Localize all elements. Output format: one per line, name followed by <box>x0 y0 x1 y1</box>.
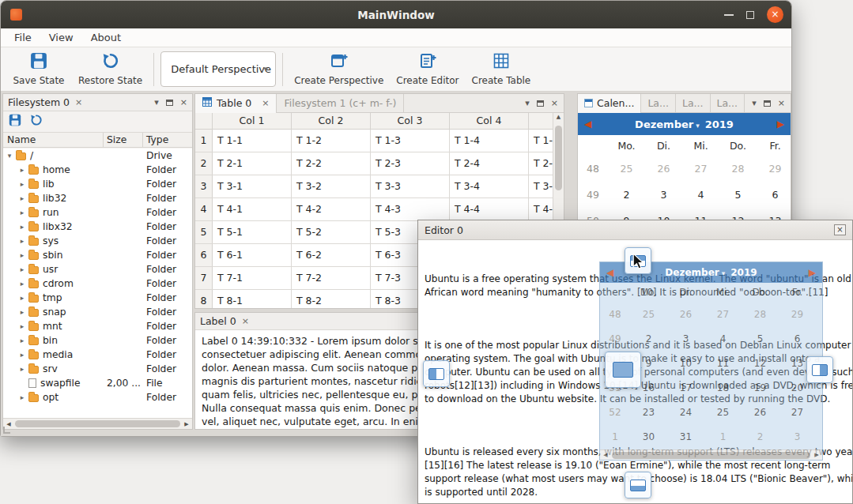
table-cell[interactable]: T 2-5 <box>529 152 553 175</box>
horizontal-scrollbar[interactable]: ◀ ▶ <box>3 418 192 429</box>
dock-indicator-left[interactable] <box>423 360 450 387</box>
tree-row[interactable]: ▸snapFolder <box>3 305 192 319</box>
close-icon[interactable]: × <box>551 98 558 108</box>
editor-titlebar[interactable]: Editor 0 × <box>418 220 852 240</box>
row-header[interactable]: 5 <box>195 221 213 243</box>
table-cell[interactable]: T 2-3 <box>371 152 450 175</box>
prev-month-button[interactable]: ◀ <box>584 118 591 130</box>
column-header[interactable]: Col 4 <box>450 113 529 129</box>
column-header[interactable]: Col 2 <box>292 113 371 129</box>
column-header[interactable]: Col 1 <box>213 113 292 129</box>
create-perspective-button[interactable]: Create Perspective <box>288 50 390 89</box>
scrollbar-thumb[interactable] <box>555 126 562 190</box>
calendar-day[interactable]: 25 <box>608 163 645 175</box>
column-header-size[interactable]: Size <box>104 133 143 147</box>
table-cell[interactable]: T 4-2 <box>292 198 371 220</box>
perspective-select[interactable]: Default Perspective ▾ <box>160 51 276 87</box>
float-icon[interactable] <box>764 100 771 107</box>
tab-calendar[interactable]: Calen... <box>578 94 641 113</box>
table-cell[interactable]: T 1-3 <box>371 130 450 152</box>
tree-row[interactable]: ▸libx32Folder <box>3 220 192 234</box>
save-icon[interactable] <box>9 114 21 130</box>
expand-icon[interactable]: ▸ <box>17 393 27 401</box>
close-icon[interactable]: × <box>75 97 82 107</box>
expand-icon[interactable]: ▸ <box>17 251 27 259</box>
maximize-button[interactable] <box>746 11 754 19</box>
menu-about[interactable]: About <box>82 29 130 46</box>
expand-icon[interactable]: ▸ <box>17 265 27 273</box>
table-cell[interactable]: T 1-4 <box>450 130 529 152</box>
next-month-button[interactable]: ▶ <box>777 118 784 130</box>
table-cell[interactable]: T 4-1 <box>213 198 292 220</box>
table-cell[interactable]: T 6-2 <box>292 244 371 266</box>
table-cell[interactable]: T 7-1 <box>213 267 292 289</box>
month-button[interactable]: Dezember <box>635 118 693 130</box>
close-icon[interactable]: × <box>180 97 187 107</box>
menu-view[interactable]: View <box>40 29 82 46</box>
close-icon[interactable]: × <box>834 224 846 235</box>
table-cell[interactable]: T 3-2 <box>292 175 371 197</box>
tab-label-1[interactable]: La... <box>641 94 676 113</box>
row-header[interactable]: 7 <box>195 267 213 289</box>
column-header[interactable]: Col 3 <box>371 113 450 129</box>
expand-icon[interactable]: ▸ <box>17 294 27 302</box>
calendar-day[interactable]: 26 <box>645 163 682 175</box>
table-cell[interactable]: T 3-3 <box>371 175 450 197</box>
row-header[interactable]: 4 <box>195 198 213 220</box>
calendar-day[interactable]: 28 <box>719 163 757 175</box>
year-button[interactable]: 2019 <box>705 118 734 130</box>
menu-file[interactable]: File <box>6 29 40 46</box>
expand-icon[interactable]: ▸ <box>17 351 27 359</box>
tab-table-0[interactable]: Table 0 × <box>195 94 277 113</box>
row-header[interactable]: 2 <box>195 152 213 175</box>
table-cell[interactable]: T 3-4 <box>450 175 529 197</box>
calendar-day[interactable]: 29 <box>757 163 791 175</box>
table-cell[interactable]: T 2-1 <box>213 152 292 175</box>
dock-indicator-right[interactable] <box>806 356 833 383</box>
table-cell[interactable]: T 2-2 <box>292 152 371 175</box>
tab-filesystem-1[interactable]: Filesystem 1 (c+ m- f-) <box>277 94 404 113</box>
expand-icon[interactable]: ▸ <box>17 280 27 288</box>
expand-icon[interactable]: ▸ <box>17 308 27 316</box>
titlebar[interactable]: MainWindow × <box>1 1 791 28</box>
column-header[interactable]: Col 5 <box>529 113 553 129</box>
table-cell[interactable]: T 8-1 <box>213 290 292 308</box>
column-header-name[interactable]: Name <box>3 133 104 147</box>
table-cell[interactable]: T 1-5 <box>529 130 553 152</box>
chevron-down-icon[interactable]: ▾ <box>154 97 159 107</box>
tree-row[interactable]: ▸mntFolder <box>3 319 192 333</box>
expand-icon[interactable]: ▸ <box>17 337 27 344</box>
table-cell[interactable]: T 6-1 <box>213 244 292 266</box>
float-icon[interactable] <box>537 100 544 107</box>
minimize-button[interactable] <box>724 14 734 16</box>
expand-icon[interactable]: ▸ <box>17 209 27 216</box>
table-cell[interactable]: T 7-2 <box>292 267 371 289</box>
row-header[interactable]: 6 <box>195 244 213 266</box>
table-cell[interactable]: T 8-2 <box>292 290 371 308</box>
tree-row[interactable]: ▸lib32Folder <box>3 191 192 205</box>
tree-row[interactable]: ▸usrFolder <box>3 262 192 276</box>
float-icon[interactable] <box>166 100 173 106</box>
create-editor-button[interactable]: Create Editor <box>390 50 465 89</box>
tree-row[interactable]: ▸optFolder <box>3 390 192 404</box>
table-cell[interactable]: T 5-1 <box>213 221 292 243</box>
dock-indicator-center[interactable] <box>605 352 641 388</box>
resize-grip[interactable] <box>3 427 10 434</box>
table-cell[interactable]: T 4-4 <box>450 198 529 220</box>
scrollbar-thumb[interactable] <box>15 420 180 427</box>
tree-row[interactable]: ▸mediaFolder <box>3 348 192 362</box>
expand-icon[interactable]: ▸ <box>17 194 27 202</box>
table-cell[interactable]: T 2-4 <box>450 152 529 175</box>
tree-row[interactable]: ▸libFolder <box>3 177 192 191</box>
table-corner[interactable] <box>195 113 213 129</box>
calendar-day[interactable]: 4 <box>682 189 719 201</box>
tree-row[interactable]: ▸sysFolder <box>3 234 192 248</box>
table-cell[interactable]: T 4-3 <box>371 198 450 220</box>
close-icon[interactable]: × <box>262 98 269 108</box>
expand-icon[interactable]: ▸ <box>17 322 27 330</box>
restore-icon[interactable] <box>30 114 43 130</box>
calendar-day[interactable]: 6 <box>757 189 791 201</box>
chevron-down-icon[interactable]: ▾ <box>752 98 757 108</box>
tree-row[interactable]: swapfile2,00 ...File <box>3 376 192 390</box>
row-header[interactable]: 8 <box>195 290 213 308</box>
